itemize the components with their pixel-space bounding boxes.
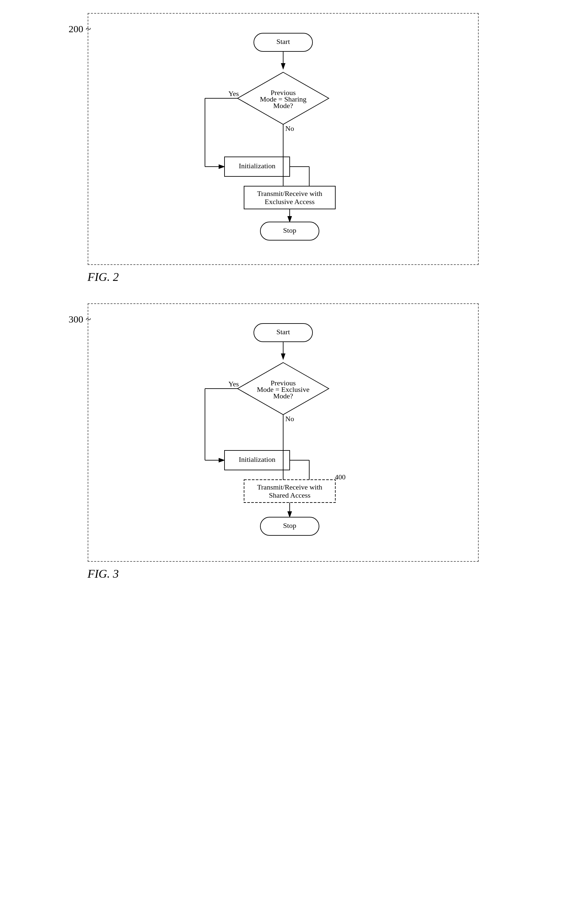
fig3-init-label: Initialization [238,455,275,464]
fig3-badge: 300 ~ [69,314,91,325]
figure-2-container: 200 ~ Start Previous Mode = Sharing Mode… [88,13,479,284]
figure-2-flowchart: Start Previous Mode = Sharing Mode? Yes … [153,27,414,248]
yes-label: Yes [228,90,238,98]
fig2-badge: 200 ~ [69,23,91,34]
figure-2-diagram: 200 ~ Start Previous Mode = Sharing Mode… [88,13,479,265]
stop-label: Stop [283,226,296,234]
fig3-no-label: No [285,415,294,423]
fig3-400-badge: 400 [335,473,345,481]
figure-3-label: FIG. 3 [88,567,479,580]
fig3-yes-label: Yes [228,380,238,388]
fig3-stop-label: Stop [283,521,296,530]
fig3-transmit-line2: Shared Access [269,491,310,499]
start-label: Start [276,38,290,46]
decision-line3: Mode? [273,102,293,110]
fig3-start-label: Start [276,328,290,336]
figure-3-container: 300 ~ Start Previous Mode = Exclusive Mo… [88,303,479,580]
figure-3-flowchart: Start Previous Mode = Exclusive Mode? Ye… [153,317,414,545]
init-label: Initialization [238,162,275,170]
transmit-line1: Transmit/Receive with [257,189,322,198]
no-label: No [285,124,294,132]
transmit-line2: Exclusive Access [265,198,315,206]
fig3-transmit-line1: Transmit/Receive with [257,483,322,491]
figure-3-diagram: 300 ~ Start Previous Mode = Exclusive Mo… [88,303,479,562]
fig3-decision-line3: Mode? [273,392,293,400]
figure-2-label: FIG. 2 [88,270,479,284]
